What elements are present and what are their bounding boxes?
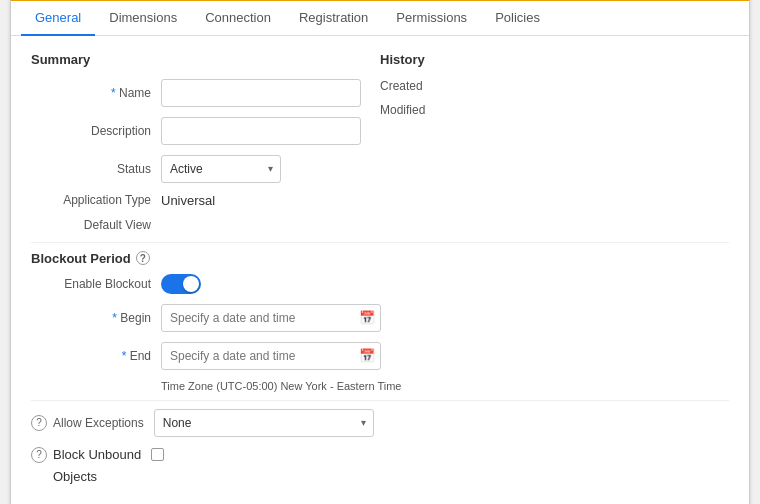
- end-row: End 📅: [31, 342, 729, 370]
- block-unbound-checkbox[interactable]: [151, 448, 164, 461]
- enable-blockout-label: Enable Blockout: [31, 277, 161, 291]
- divider-1: [31, 242, 729, 243]
- tab-general[interactable]: General: [21, 1, 95, 36]
- blockout-header: Blockout Period ?: [31, 251, 729, 266]
- tab-registration[interactable]: Registration: [285, 1, 382, 36]
- blockout-title: Blockout Period: [31, 251, 131, 266]
- history-title: History: [380, 52, 729, 67]
- status-select-wrapper: Active Inactive ▾: [161, 155, 281, 183]
- modified-row: Modified: [380, 103, 729, 117]
- status-row: Status Active Inactive ▾: [31, 155, 729, 183]
- default-view-label: Default View: [31, 218, 161, 232]
- tab-dimensions[interactable]: Dimensions: [95, 1, 191, 36]
- top-section: Summary Name Description History Created…: [31, 52, 729, 155]
- block-unbound-objects-row: Objects: [31, 469, 729, 484]
- enable-blockout-toggle[interactable]: [161, 274, 201, 294]
- allow-exceptions-help-icon[interactable]: ?: [31, 415, 47, 431]
- enable-blockout-row: Enable Blockout: [31, 274, 729, 294]
- application-type-row: Application Type Universal: [31, 193, 729, 208]
- status-select[interactable]: Active Inactive: [161, 155, 281, 183]
- begin-date-input[interactable]: [161, 304, 381, 332]
- enable-blockout-toggle-wrapper: [161, 274, 201, 294]
- divider-2: [31, 400, 729, 401]
- created-row: Created: [380, 79, 729, 93]
- block-unbound-objects-label: Objects: [53, 469, 97, 484]
- name-input[interactable]: [161, 79, 361, 107]
- exceptions-select-wrapper: None Allow ▾: [154, 409, 374, 437]
- main-content: Summary Name Description History Created…: [11, 36, 749, 505]
- blockout-help-icon[interactable]: ?: [136, 251, 150, 265]
- tab-policies[interactable]: Policies: [481, 1, 554, 36]
- block-unbound-label: Block Unbound: [53, 447, 141, 462]
- block-unbound-help-icon[interactable]: ?: [31, 447, 47, 463]
- description-label: Description: [31, 124, 161, 138]
- exceptions-select[interactable]: None Allow: [154, 409, 374, 437]
- description-row: Description: [31, 117, 380, 145]
- timezone-text: Time Zone (UTC-05:00) New York - Eastern…: [161, 380, 729, 392]
- default-view-row: Default View: [31, 218, 729, 232]
- name-label: Name: [31, 86, 161, 100]
- main-window: General Dimensions Connection Registrati…: [10, 0, 750, 504]
- end-date-input[interactable]: [161, 342, 381, 370]
- begin-row: Begin 📅: [31, 304, 729, 332]
- block-unbound-row: ? Block Unbound: [31, 447, 729, 463]
- summary-section: Summary Name Description: [31, 52, 380, 155]
- toggle-knob: [183, 276, 199, 292]
- history-section: History Created Modified: [380, 52, 729, 155]
- allow-exceptions-label: Allow Exceptions: [53, 416, 154, 430]
- allow-exceptions-row: ? Allow Exceptions None Allow ▾: [31, 409, 729, 437]
- begin-label: Begin: [31, 311, 161, 325]
- begin-date-wrapper: 📅: [161, 304, 381, 332]
- app-type-value: Universal: [161, 193, 215, 208]
- modified-label: Modified: [380, 103, 460, 117]
- end-label: End: [31, 349, 161, 363]
- description-input[interactable]: [161, 117, 361, 145]
- app-type-label: Application Type: [31, 193, 161, 207]
- tab-permissions[interactable]: Permissions: [382, 1, 481, 36]
- end-date-wrapper: 📅: [161, 342, 381, 370]
- created-label: Created: [380, 79, 460, 93]
- tab-bar: General Dimensions Connection Registrati…: [11, 1, 749, 36]
- name-row: Name: [31, 79, 380, 107]
- tab-connection[interactable]: Connection: [191, 1, 285, 36]
- status-label: Status: [31, 162, 161, 176]
- summary-title: Summary: [31, 52, 380, 67]
